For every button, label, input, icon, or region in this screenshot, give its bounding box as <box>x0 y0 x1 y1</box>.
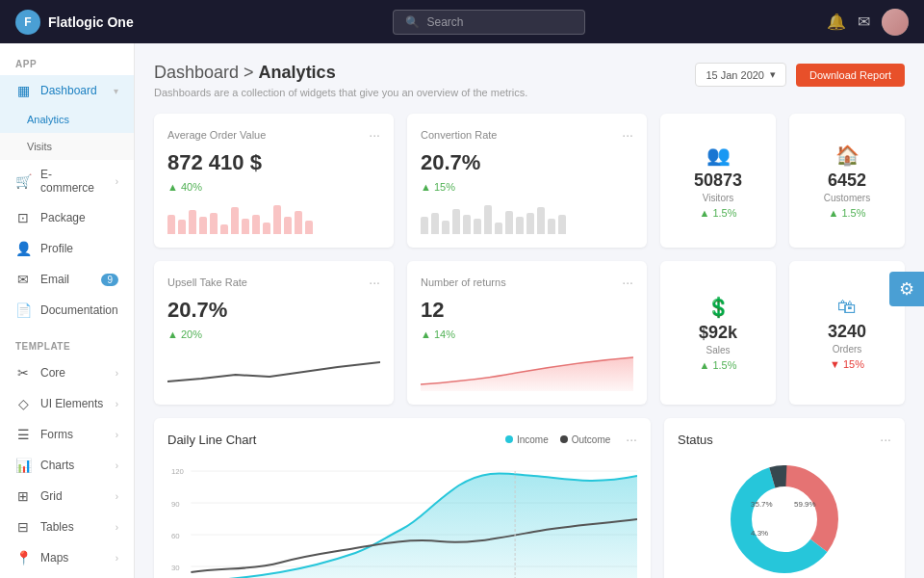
sidebar-item-profile[interactable]: 👤 Profile <box>0 233 134 264</box>
cards-row-1: Average Order Value ··· 872 410 $ ▲ 40% <box>154 114 905 248</box>
sidebar-item-visits[interactable]: Visits <box>0 133 134 160</box>
legend-income: Income <box>505 434 549 445</box>
sidebar-item-tables[interactable]: ⊟ Tables › <box>0 512 134 542</box>
status-menu-dots[interactable]: ··· <box>880 432 891 447</box>
chevron-icon: ▾ <box>114 86 118 96</box>
chevron-icon: › <box>116 430 118 440</box>
sales-value: $92k <box>699 323 737 343</box>
avg-order-chart <box>167 200 380 234</box>
ui-icon: ◇ <box>15 396 31 411</box>
returns-value: 12 <box>421 298 633 323</box>
sidebar-charts-label: Charts <box>40 459 74 472</box>
chevron-down-icon: ▾ <box>770 68 776 81</box>
sales-label: Sales <box>706 345 730 355</box>
sidebar-item-dashboard[interactable]: ▦ Dashboard ▾ <box>0 75 134 106</box>
card-menu-dots[interactable]: ··· <box>369 127 380 143</box>
sidebar-item-extra[interactable]: ⊕ Extra › <box>0 573 134 578</box>
avg-order-value: 872 410 $ <box>167 150 380 175</box>
sidebar-item-email[interactable]: ✉ Email 9 <box>0 264 134 295</box>
orders-label: Orders <box>833 344 862 355</box>
profile-icon: 👤 <box>15 241 31 256</box>
upsell-value: 20.7% <box>167 298 380 323</box>
search-box[interactable]: 🔍 <box>393 10 585 35</box>
sidebar-item-ecommerce[interactable]: 🛒 E-commerce › <box>0 160 134 202</box>
sidebar-item-grid[interactable]: ⊞ Grid › <box>0 481 134 512</box>
trend-up-icon: ▲ <box>700 359 710 371</box>
tables-icon: ⊟ <box>15 519 31 535</box>
svg-text:30: 30 <box>171 564 180 572</box>
sidebar-maps-label: Maps <box>40 551 68 565</box>
date-value: 15 Jan 2020 <box>706 69 764 81</box>
logo-icon: F <box>15 10 40 35</box>
sales-icon: 💲 <box>706 296 731 319</box>
customers-value: 6452 <box>828 171 866 191</box>
card-menu-dots[interactable]: ··· <box>622 127 633 143</box>
sidebar-item-forms[interactable]: ☰ Forms › <box>0 419 134 450</box>
sidebar-item-documentation[interactable]: 📄 Documentation <box>0 295 134 326</box>
conversion-title: Convertion Rate <box>421 129 498 141</box>
legend-dot-income <box>505 435 513 443</box>
page-title: Dashboard > Analytics <box>154 63 527 83</box>
sales-change: ▲ 1.5% <box>700 359 737 371</box>
chart-legend: Income Outcome <box>505 434 610 445</box>
sidebar-core-label: Core <box>40 366 65 380</box>
search-icon: 🔍 <box>405 15 420 29</box>
line-chart-card: Daily Line Chart Income Outcome <box>154 418 651 578</box>
card-customers: 🏠 6452 Customers ▲ 1.5% <box>789 114 905 248</box>
sidebar-item-maps[interactable]: 📍 Maps › <box>0 542 134 573</box>
upsell-line-chart <box>167 348 380 391</box>
logo-area: F Flatlogic One <box>15 10 150 35</box>
search-area: 🔍 <box>162 10 815 35</box>
sidebar-item-analytics[interactable]: Analytics <box>0 106 134 133</box>
trend-down-icon: ▼ <box>830 358 840 370</box>
dashboard-submenu: Analytics Visits <box>0 106 134 160</box>
avg-order-change: ▲ 40% <box>167 181 380 193</box>
svg-text:4.3%: 4.3% <box>751 529 768 538</box>
sidebar-item-charts[interactable]: 📊 Charts › <box>0 450 134 481</box>
chart-menu-dots[interactable]: ··· <box>626 432 637 447</box>
conversion-value: 20.7% <box>421 150 633 175</box>
legend-dot-outcome <box>560 435 568 443</box>
date-picker[interactable]: 15 Jan 2020 ▾ <box>695 63 786 87</box>
email-badge: 9 <box>101 274 118 286</box>
docs-icon: 📄 <box>15 302 31 318</box>
maps-icon: 📍 <box>15 550 31 565</box>
avatar[interactable] <box>882 9 909 36</box>
package-icon: ⊡ <box>15 210 31 225</box>
notification-icon[interactable]: 🔔 <box>827 13 846 31</box>
orders-value: 3240 <box>828 322 866 342</box>
visitors-label: Visitors <box>703 193 734 203</box>
customers-label: Customers <box>824 193 870 203</box>
returns-change: ▲ 14% <box>421 328 633 340</box>
card-conversion: Convertion Rate ··· 20.7% ▲ 15% <box>407 114 647 248</box>
avg-order-title: Average Order Value <box>167 129 266 141</box>
sidebar-item-ui-elements[interactable]: ◇ UI Elements › <box>0 388 134 419</box>
sidebar-grid-label: Grid <box>40 489 63 503</box>
header-controls: 15 Jan 2020 ▾ Download Report <box>695 63 905 87</box>
card-menu-dots[interactable]: ··· <box>369 275 380 290</box>
donut-chart: 35.7% 59.9% 4.3% <box>678 457 891 578</box>
email-icon: ✉ <box>15 272 31 287</box>
app-name: Flatlogic One <box>48 14 134 30</box>
chevron-icon: › <box>116 368 118 379</box>
card-menu-dots[interactable]: ··· <box>622 275 633 290</box>
chevron-icon: › <box>116 460 118 471</box>
status-card: Status ··· <box>664 418 905 578</box>
sidebar-tables-label: Tables <box>40 520 74 534</box>
status-title: Status <box>678 433 713 447</box>
chevron-icon: › <box>116 399 118 409</box>
svg-text:90: 90 <box>171 500 180 509</box>
search-input[interactable] <box>427 15 562 29</box>
line-chart-title: Daily Line Chart <box>167 433 257 447</box>
mail-icon[interactable]: ✉ <box>858 13 870 31</box>
gear-icon: ⚙ <box>899 278 914 300</box>
chevron-icon: › <box>116 522 118 533</box>
sidebar-item-core[interactable]: ✂ Core › <box>0 357 134 388</box>
bottom-section: Daily Line Chart Income Outcome <box>154 418 905 578</box>
floating-gear-button[interactable]: ⚙ <box>889 272 924 306</box>
sidebar-ecommerce-label: E-commerce <box>40 168 106 195</box>
sidebar-docs-label: Documentation <box>40 303 118 317</box>
download-report-button[interactable]: Download Report <box>796 64 905 87</box>
chevron-icon: › <box>116 491 118 502</box>
sidebar-item-package[interactable]: ⊡ Package <box>0 202 134 233</box>
